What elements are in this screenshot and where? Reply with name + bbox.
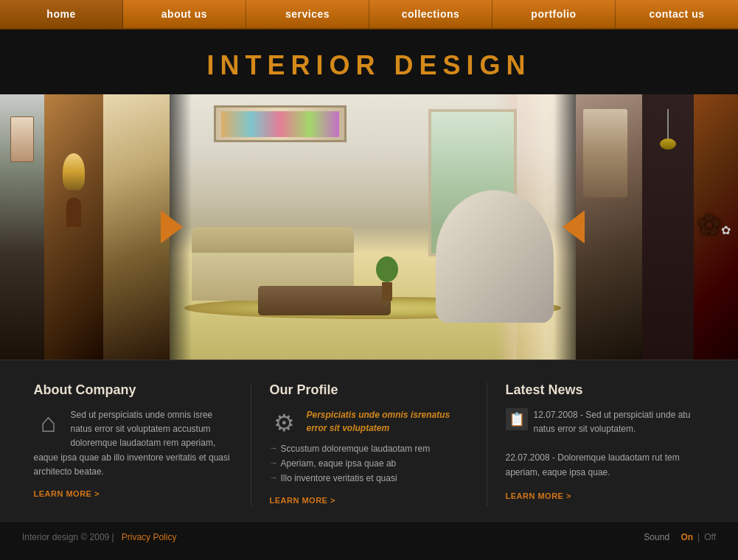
sound-separator: | [697,532,700,542]
news-item-2: 22.07.2008 - Doloremque laudaotam rut te… [506,445,705,479]
site-title: INTERIOR DESIGN [0,29,738,94]
profile-item-1: Sccustum doloremque laudaotam rem [270,441,469,456]
room-chair [436,190,554,323]
bottom-section: About Company ⌂ Sed ut perspiciatis unde… [0,360,738,521]
nav-services[interactable]: services [246,0,369,28]
news-item-1: 📋 12.07.2008 - Sed ut perspiciati unde a… [506,408,705,436]
news-item-1-content: 12.07.2008 - Sed ut perspiciati unde atu… [534,408,705,436]
lamp-decoration [63,153,85,190]
about-body: Sed ut perspiciatis unde omnis isree nat… [34,408,233,479]
sound-label: Sound [644,532,669,542]
main-slide [170,94,576,360]
pendant-light [667,109,669,139]
profile-column: Our Profile ⚙ Perspiciatis unde omnis is… [251,382,487,506]
slider-right-panels: ✿ [576,94,738,360]
profile-item-2: Aperiam, eaque ipsa quae ab [270,456,469,471]
slide-panel-2 [44,94,103,360]
nav-home[interactable]: home [0,0,123,28]
picture-art [221,111,339,137]
content-columns: About Company ⌂ Sed ut perspiciatis unde… [15,382,723,506]
slide-panel-r1 [576,94,642,360]
flower-ornament: ✿ [697,209,734,245]
profile-highlight: Perspiciatis unde omnis isrenatus error … [270,408,469,435]
nav-about-us[interactable]: about us [123,0,246,28]
profile-list: Sccustum doloremque laudaotam rem Aperia… [270,441,469,486]
room-table [258,286,391,315]
nav-contact-us[interactable]: contact us [616,0,738,28]
profile-learn-more[interactable]: LEARN MORE > [270,496,335,505]
profile-title: Our Profile [270,382,469,398]
room-plant [376,256,398,301]
news-learn-more[interactable]: LEARN MORE > [506,491,571,500]
sound-on-button[interactable]: On [680,532,693,542]
slide-panel-r3: ✿ [694,94,738,360]
news-column: Latest News 📋 12.07.2008 - Sed ut perspi… [487,382,723,506]
news-date-1: 12.07.2008 [534,410,578,420]
house-icon: ⌂ [34,408,63,438]
sound-controls: Sound On | Off [644,532,716,542]
about-title: About Company [34,382,233,398]
profile-item-3: Illo inventore veritatis et quasi [270,471,469,486]
gear-icon-glyph: ⚙ [274,409,295,437]
slide-panel-3 [103,94,170,360]
nav-collections[interactable]: collections [369,0,492,28]
news-date-2: 22.07.2008 [506,452,550,463]
about-column: About Company ⌂ Sed ut perspiciatis unde… [15,382,251,506]
privacy-policy-link[interactable]: Privacy Policy [122,532,177,542]
slider-left-panels [0,94,170,360]
slide-panel-1 [0,94,44,360]
copyright-text: Interior design © 2009 | [22,532,114,542]
nav-portfolio[interactable]: portfolio [492,0,616,28]
navigation: home about us services collections portf… [0,0,738,29]
footer: Interior design © 2009 | Privacy Policy … [0,521,738,553]
lamp-base [66,197,81,227]
sound-off-button[interactable]: Off [704,532,716,542]
gear-icon: ⚙ [270,408,299,438]
footer-left: Interior design © 2009 | Privacy Policy [22,532,176,542]
news-title: Latest News [506,382,705,398]
image-slider: ✿ [0,94,738,360]
news-icon-1: 📋 [506,408,528,430]
room-picture [214,105,347,142]
about-learn-more[interactable]: LEARN MORE > [34,489,100,498]
house-icon-glyph: ⌂ [41,407,57,438]
slide-panel-r2 [642,94,694,360]
